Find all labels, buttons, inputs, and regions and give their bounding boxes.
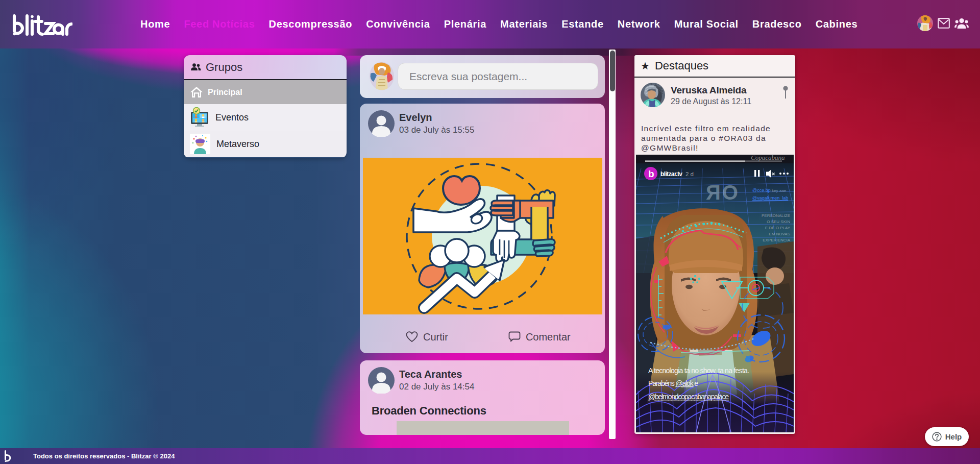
- svg-text:blitzar.tv: blitzar.tv: [660, 170, 682, 178]
- svg-text:ЯO: ЯO: [706, 181, 740, 204]
- svg-text:EXPERIENCIA: EXPERIENCIA: [763, 238, 790, 242]
- svg-text:O SEU SKIN: O SEU SKIN: [767, 219, 790, 224]
- svg-text:A tecnologia ta no show, ta na: A tecnologia ta no show, ta na festa.: [648, 367, 749, 375]
- svg-text:E DE O PLAY: E DE O PLAY: [765, 226, 791, 230]
- svg-text:@vagalumen_lab: @vagalumen_lab: [752, 196, 788, 201]
- svg-text:b: b: [648, 168, 654, 179]
- svg-text:Parabéns @alok e: Parabéns @alok e: [648, 379, 698, 387]
- svg-text:2 d: 2 d: [685, 171, 694, 177]
- svg-text:Copacabana: Copacabana: [751, 155, 785, 161]
- svg-text:PERSONALIZE: PERSONALIZE: [762, 213, 790, 218]
- svg-text:@belmondcopacabanapalace: @belmondcopacabanapalace: [648, 393, 729, 401]
- svg-text:EM NOVAS: EM NOVAS: [769, 232, 790, 236]
- svg-text:@cce.bp key aae: @cce.bp key aae: [752, 188, 787, 193]
